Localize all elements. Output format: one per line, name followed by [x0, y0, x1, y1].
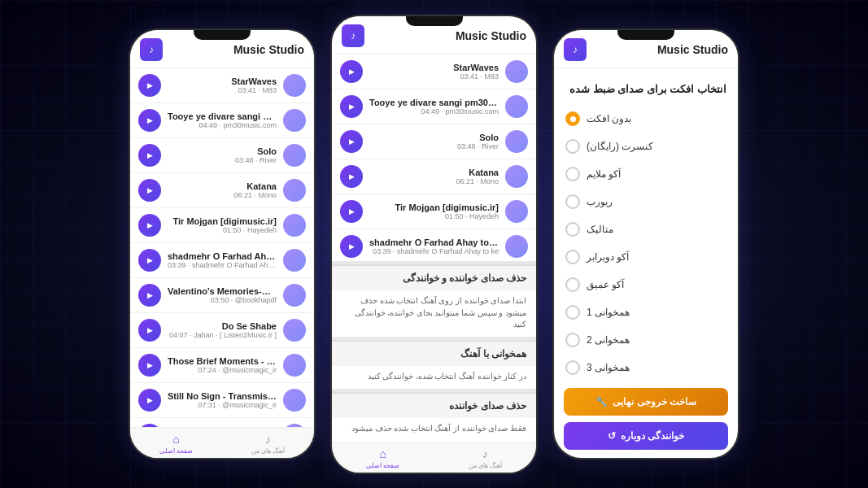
song-avatar-left-4	[283, 214, 306, 237]
song-item-center-3[interactable]: ▶ Katana 06:21 · Mono	[332, 159, 536, 194]
screen-center: ♪ Music Studio ▶ StarWaves 03:41 · M83 ▶…	[332, 16, 536, 473]
effect-item-9[interactable]: همخوانی 3	[554, 354, 738, 380]
song-meta-center-2: 03:48 · River	[369, 142, 499, 150]
effect-item-5[interactable]: آکو دوبرابر	[554, 243, 738, 271]
radio-7[interactable]	[565, 305, 580, 320]
effect-item-6[interactable]: آکو عمیق	[554, 271, 738, 298]
play-btn-left-6[interactable]: ▶	[138, 284, 161, 307]
play-btn-center-0[interactable]: ▶	[340, 60, 363, 83]
song-title-left-1: Tooye ye divare sangi pm30music.com	[168, 111, 277, 121]
logo-icon-right: ♪	[573, 44, 578, 55]
song-avatar-left-9	[283, 389, 306, 412]
wrench-icon: 🔧	[595, 396, 608, 407]
song-item-left-5[interactable]: ▶ shadmehr O Farhad Ahay to ke 03:39 · s…	[130, 243, 314, 278]
song-avatar-left-7	[283, 319, 306, 342]
song-avatar-left-2	[283, 144, 306, 167]
play-btn-left-0[interactable]: ▶	[138, 74, 161, 97]
play-btn-center-5[interactable]: ▶	[340, 235, 363, 258]
logo-icon-left: ♪	[149, 44, 154, 55]
action-desc-3: فقط صدای خواننده از آهنگ انتخاب شده حذف …	[332, 418, 536, 441]
effect-item-0[interactable]: بدون افکت	[554, 105, 738, 133]
song-item-center-2[interactable]: ▶ Solo 03:48 · River	[332, 124, 536, 159]
effect-label-6: آکو عمیق	[587, 279, 624, 290]
bottom-nav-left: ⌂ صفحه اصلی ♪ آهنگ های من	[130, 427, 314, 458]
song-item-center-5[interactable]: ▶ shadmehr O Farhad Ahay to ke 03:39 · s…	[332, 229, 536, 262]
song-meta-left-9: 07:31 · @musicmagic_ir	[168, 401, 277, 409]
song-item-left-2[interactable]: ▶ Solo 03:48 · River	[130, 138, 314, 173]
play-btn-center-1[interactable]: ▶	[340, 95, 363, 118]
music-icon-left: ♪	[265, 433, 271, 446]
song-item-left-9[interactable]: ▶ Still No Sign - Transmission Zero 07:3…	[130, 383, 314, 418]
song-title-center-2: Solo	[369, 133, 499, 142]
radio-2[interactable]	[565, 167, 580, 181]
play-btn-left-9[interactable]: ▶	[138, 389, 161, 412]
radio-3[interactable]	[565, 194, 580, 209]
effect-label-7: همخوانی 1	[587, 307, 630, 318]
play-btn-left-2[interactable]: ▶	[138, 144, 161, 167]
song-title-left-0: StarWaves	[168, 76, 277, 86]
effects-panel: انتخاب افکت برای صدای ضبط شده بدون افکت …	[554, 68, 738, 380]
song-item-center-1[interactable]: ▶ Tooye ye divare sangi pm30music.com 04…	[332, 89, 536, 124]
song-item-left-7[interactable]: ▶ Do Se Shabe 04:07 · Jahan · [ Listen2M…	[130, 313, 314, 348]
radio-4[interactable]	[565, 222, 580, 237]
play-btn-left-3[interactable]: ▶	[138, 179, 161, 202]
song-title-center-1: Tooye ye divare sangi pm30music.com	[369, 98, 499, 107]
effect-item-1[interactable]: کنسرت (رایگان)	[554, 133, 738, 160]
play-btn-center-4[interactable]: ▶	[340, 200, 363, 223]
action-desc-2: در کنار خواننده آهنگ انتخاب شده، خوانندگ…	[332, 366, 536, 389]
effect-label-5: آکو دوبرابر	[587, 251, 629, 263]
song-item-left-3[interactable]: ▶ Katana 06:21 · Mono	[130, 173, 314, 208]
radio-9[interactable]	[565, 360, 580, 375]
song-item-left-6[interactable]: ▶ Valentino's Memories-Secession Studios…	[130, 278, 314, 313]
effect-item-8[interactable]: همخوانی 2	[554, 326, 738, 354]
header-title-right: Music Studio	[593, 43, 728, 56]
nav-mymusic-left[interactable]: ♪ آهنگ های من	[222, 433, 314, 455]
song-meta-center-4: 01:50 · Hayedeh	[369, 212, 499, 220]
song-info-left-2: Solo 03:48 · River	[168, 146, 277, 164]
play-btn-left-8[interactable]: ▶	[138, 354, 161, 377]
song-item-left-8[interactable]: ▶ Those Brief Moments - Transmission Zer…	[130, 348, 314, 383]
play-btn-left-7[interactable]: ▶	[138, 319, 161, 342]
nav-home-left[interactable]: ⌂ صفحه اصلی	[130, 433, 222, 455]
song-item-left-0[interactable]: ▶ StarWaves 03:41 · M83	[130, 68, 314, 103]
effect-label-1: کنسرت (رایگان)	[587, 141, 653, 152]
song-title-center-5: shadmehr O Farhad Ahay to ke	[369, 237, 499, 247]
play-btn-center-2[interactable]: ▶	[340, 130, 363, 153]
effect-item-7[interactable]: همخوانی 1	[554, 298, 738, 326]
logo-icon-center: ♪	[351, 30, 355, 41]
btn-final[interactable]: ساخت خروجی نهایی 🔧	[564, 388, 728, 416]
effect-item-2[interactable]: آکو ملایم	[554, 160, 738, 188]
song-item-left-1[interactable]: ▶ Tooye ye divare sangi pm30music.com 04…	[130, 103, 314, 138]
song-meta-left-1: 04:49 · pm30music.com	[168, 121, 277, 129]
radio-5[interactable]	[565, 250, 580, 264]
nav-mymusic-center[interactable]: ♪ آهنگ های من	[434, 447, 537, 469]
phone-center: ♪ Music Studio ▶ StarWaves 03:41 · M83 ▶…	[330, 15, 538, 474]
song-item-center-0[interactable]: ▶ StarWaves 03:41 · M83	[332, 54, 536, 89]
song-list-left[interactable]: ▶ StarWaves 03:41 · M83 ▶ Tooye ye divar…	[130, 68, 314, 427]
logo-center: ♪	[342, 24, 364, 47]
radio-1[interactable]	[565, 139, 580, 154]
action-buttons-right: ساخت خروجی نهایی 🔧 خوانندگی دوباره ↺	[554, 380, 738, 458]
song-avatar-center-4	[505, 200, 528, 223]
radio-0[interactable]	[565, 111, 580, 126]
play-btn-left-5[interactable]: ▶	[138, 249, 161, 272]
radio-6[interactable]	[565, 277, 580, 292]
bottom-nav-center: ⌂ صفحه اصلی ♪ آهنگ های من	[332, 442, 536, 473]
effect-item-3[interactable]: ریورب	[554, 188, 738, 216]
effect-item-4[interactable]: متالیک	[554, 216, 738, 243]
home-icon-center: ⌂	[380, 447, 386, 460]
song-item-center-4[interactable]: ▶ Tir Mojgan [digimusic.ir] 01:50 · Haye…	[332, 194, 536, 229]
btn-retry[interactable]: خوانندگی دوباره ↺	[564, 422, 728, 450]
song-list-center[interactable]: ▶ StarWaves 03:41 · M83 ▶ Tooye ye divar…	[332, 54, 536, 262]
song-meta-left-4: 01:50 · Hayedeh	[168, 226, 277, 234]
play-btn-left-1[interactable]: ▶	[138, 109, 161, 132]
action-title-1: حذف صدای خواننده و خوانندگی	[332, 265, 536, 290]
play-btn-center-3[interactable]: ▶	[340, 165, 363, 188]
song-item-left-10[interactable]: ▶ Bridges - Transmission Zero 12:05 · @m…	[130, 418, 314, 427]
song-item-left-4[interactable]: ▶ Tir Mojgan [digimusic.ir] 01:50 · Haye…	[130, 208, 314, 243]
header-title-left: Music Studio	[169, 43, 304, 56]
song-avatar-center-2	[505, 130, 528, 153]
nav-home-center[interactable]: ⌂ صفحه اصلی	[332, 447, 434, 469]
radio-8[interactable]	[565, 333, 580, 347]
play-btn-left-4[interactable]: ▶	[138, 214, 161, 237]
